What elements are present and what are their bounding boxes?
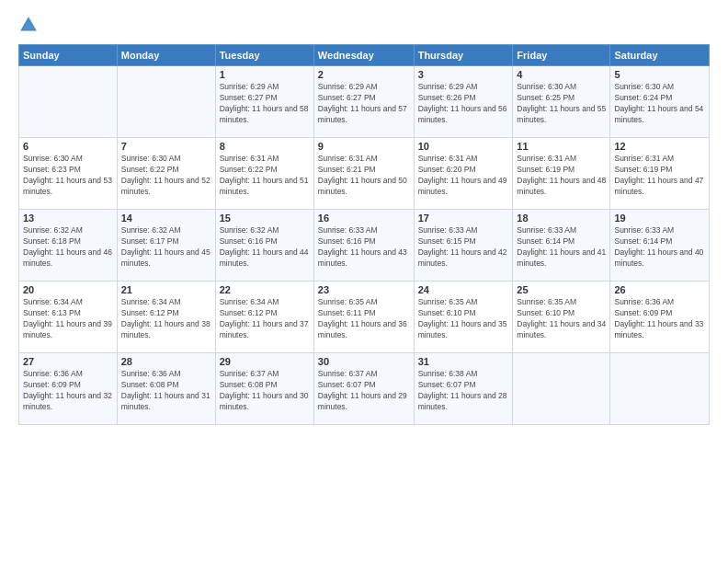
day-number: 2 [318,69,410,80]
calendar-cell: 29Sunrise: 6:37 AM Sunset: 6:08 PM Dayli… [215,353,313,425]
day-number: 23 [318,284,410,295]
day-number: 10 [418,141,509,152]
calendar-cell: 12Sunrise: 6:31 AM Sunset: 6:19 PM Dayli… [610,138,710,210]
calendar-cell: 15Sunrise: 6:32 AM Sunset: 6:16 PM Dayli… [215,210,313,282]
day-header-monday: Monday [117,45,215,66]
day-header-wednesday: Wednesday [313,45,414,66]
day-number: 12 [614,141,705,152]
calendar-cell: 30Sunrise: 6:37 AM Sunset: 6:07 PM Dayli… [313,353,414,425]
day-number: 22 [220,284,310,295]
day-number: 14 [121,213,211,224]
day-info: Sunrise: 6:38 AM Sunset: 6:07 PM Dayligh… [418,369,509,413]
calendar-cell: 18Sunrise: 6:33 AM Sunset: 6:14 PM Dayli… [513,210,610,282]
day-header-friday: Friday [513,45,610,66]
week-row-0: 1Sunrise: 6:29 AM Sunset: 6:27 PM Daylig… [19,66,710,138]
week-row-4: 27Sunrise: 6:36 AM Sunset: 6:09 PM Dayli… [19,353,710,425]
calendar-cell: 27Sunrise: 6:36 AM Sunset: 6:09 PM Dayli… [19,353,118,425]
day-info: Sunrise: 6:30 AM Sunset: 6:23 PM Dayligh… [23,154,113,198]
calendar-cell: 14Sunrise: 6:32 AM Sunset: 6:17 PM Dayli… [117,210,215,282]
header [18,15,710,35]
day-number: 7 [121,141,211,152]
day-number: 16 [318,213,410,224]
day-number: 26 [614,284,705,295]
day-info: Sunrise: 6:37 AM Sunset: 6:08 PM Dayligh… [220,369,310,413]
calendar-cell: 22Sunrise: 6:34 AM Sunset: 6:12 PM Dayli… [215,282,313,353]
calendar-cell: 31Sunrise: 6:38 AM Sunset: 6:07 PM Dayli… [414,353,513,425]
day-info: Sunrise: 6:36 AM Sunset: 6:09 PM Dayligh… [614,297,705,341]
calendar-cell: 5Sunrise: 6:30 AM Sunset: 6:24 PM Daylig… [610,66,710,138]
calendar-cell: 2Sunrise: 6:29 AM Sunset: 6:27 PM Daylig… [313,66,414,138]
calendar-cell: 16Sunrise: 6:33 AM Sunset: 6:16 PM Dayli… [313,210,414,282]
day-info: Sunrise: 6:30 AM Sunset: 6:22 PM Dayligh… [121,154,211,198]
calendar-cell [19,66,118,138]
calendar-cell: 19Sunrise: 6:33 AM Sunset: 6:14 PM Dayli… [610,210,710,282]
week-row-3: 20Sunrise: 6:34 AM Sunset: 6:13 PM Dayli… [19,282,710,353]
calendar-cell: 8Sunrise: 6:31 AM Sunset: 6:22 PM Daylig… [215,138,313,210]
day-info: Sunrise: 6:34 AM Sunset: 6:13 PM Dayligh… [23,297,113,341]
calendar-cell: 24Sunrise: 6:35 AM Sunset: 6:10 PM Dayli… [414,282,513,353]
calendar-cell: 1Sunrise: 6:29 AM Sunset: 6:27 PM Daylig… [215,66,313,138]
day-info: Sunrise: 6:29 AM Sunset: 6:27 PM Dayligh… [318,82,410,126]
day-number: 27 [23,356,113,367]
day-header-tuesday: Tuesday [215,45,313,66]
day-number: 8 [220,141,310,152]
day-info: Sunrise: 6:33 AM Sunset: 6:14 PM Dayligh… [517,225,606,270]
day-info: Sunrise: 6:34 AM Sunset: 6:12 PM Dayligh… [220,297,310,341]
calendar-cell: 26Sunrise: 6:36 AM Sunset: 6:09 PM Dayli… [610,282,710,353]
day-number: 15 [220,213,310,224]
day-info: Sunrise: 6:31 AM Sunset: 6:19 PM Dayligh… [517,154,606,198]
header-row: SundayMondayTuesdayWednesdayThursdayFrid… [19,45,710,66]
day-number: 3 [418,69,509,80]
calendar-cell [117,66,215,138]
day-info: Sunrise: 6:30 AM Sunset: 6:25 PM Dayligh… [517,82,606,126]
day-info: Sunrise: 6:35 AM Sunset: 6:10 PM Dayligh… [517,297,606,341]
calendar-cell: 20Sunrise: 6:34 AM Sunset: 6:13 PM Dayli… [19,282,118,353]
day-info: Sunrise: 6:36 AM Sunset: 6:09 PM Dayligh… [23,369,113,413]
calendar-cell [610,353,710,425]
day-number: 17 [418,213,509,224]
day-info: Sunrise: 6:29 AM Sunset: 6:27 PM Dayligh… [220,82,310,126]
day-info: Sunrise: 6:33 AM Sunset: 6:15 PM Dayligh… [418,225,509,270]
day-info: Sunrise: 6:31 AM Sunset: 6:19 PM Dayligh… [614,154,705,198]
calendar-cell [513,353,610,425]
day-number: 31 [418,356,509,367]
day-number: 29 [220,356,310,367]
day-number: 1 [220,69,310,80]
calendar-cell: 21Sunrise: 6:34 AM Sunset: 6:12 PM Dayli… [117,282,215,353]
calendar-cell: 25Sunrise: 6:35 AM Sunset: 6:10 PM Dayli… [513,282,610,353]
day-number: 25 [517,284,606,295]
day-info: Sunrise: 6:36 AM Sunset: 6:08 PM Dayligh… [121,369,211,413]
day-info: Sunrise: 6:33 AM Sunset: 6:16 PM Dayligh… [318,225,410,270]
day-info: Sunrise: 6:34 AM Sunset: 6:12 PM Dayligh… [121,297,211,341]
day-number: 18 [517,213,606,224]
calendar: SundayMondayTuesdayWednesdayThursdayFrid… [18,44,710,425]
day-number: 19 [614,213,705,224]
calendar-cell: 13Sunrise: 6:32 AM Sunset: 6:18 PM Dayli… [19,210,118,282]
day-number: 24 [418,284,509,295]
calendar-cell: 10Sunrise: 6:31 AM Sunset: 6:20 PM Dayli… [414,138,513,210]
week-row-2: 13Sunrise: 6:32 AM Sunset: 6:18 PM Dayli… [19,210,710,282]
calendar-cell: 23Sunrise: 6:35 AM Sunset: 6:11 PM Dayli… [313,282,414,353]
day-info: Sunrise: 6:31 AM Sunset: 6:22 PM Dayligh… [220,154,310,198]
calendar-cell: 7Sunrise: 6:30 AM Sunset: 6:22 PM Daylig… [117,138,215,210]
day-info: Sunrise: 6:37 AM Sunset: 6:07 PM Dayligh… [318,369,410,413]
day-number: 13 [23,213,113,224]
day-number: 30 [318,356,410,367]
logo [18,15,42,35]
day-number: 28 [121,356,211,367]
day-header-saturday: Saturday [610,45,710,66]
day-number: 4 [517,69,606,80]
calendar-cell: 11Sunrise: 6:31 AM Sunset: 6:19 PM Dayli… [513,138,610,210]
day-info: Sunrise: 6:31 AM Sunset: 6:21 PM Dayligh… [318,154,410,198]
day-info: Sunrise: 6:32 AM Sunset: 6:18 PM Dayligh… [23,225,113,270]
day-number: 20 [23,284,113,295]
day-number: 11 [517,141,606,152]
day-header-sunday: Sunday [19,45,118,66]
day-info: Sunrise: 6:30 AM Sunset: 6:24 PM Dayligh… [614,82,705,126]
week-row-1: 6Sunrise: 6:30 AM Sunset: 6:23 PM Daylig… [19,138,710,210]
day-number: 9 [318,141,410,152]
day-info: Sunrise: 6:32 AM Sunset: 6:17 PM Dayligh… [121,225,211,270]
day-info: Sunrise: 6:35 AM Sunset: 6:11 PM Dayligh… [318,297,410,341]
day-info: Sunrise: 6:32 AM Sunset: 6:16 PM Dayligh… [220,225,310,270]
day-info: Sunrise: 6:33 AM Sunset: 6:14 PM Dayligh… [614,225,705,270]
